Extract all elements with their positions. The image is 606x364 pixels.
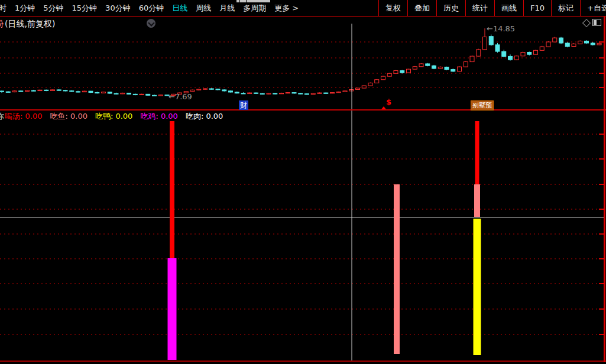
period-more[interactable]: 更多 >: [270, 3, 303, 14]
chart-header: 份 (日线,前复权): [0, 17, 606, 31]
villa-signal-badge: 别墅预: [471, 100, 494, 110]
cai-signal-badge: 财: [239, 100, 248, 110]
chart-canvas[interactable]: [0, 0, 606, 364]
max-price-label: ←14.85: [487, 24, 515, 33]
up-triangle-icon: [381, 98, 386, 109]
history-button[interactable]: 历史: [436, 0, 465, 16]
legend-chirou: 吃肉: 0.00: [186, 111, 223, 121]
legend-chiya: 吃鸭: 0.00: [95, 111, 132, 121]
chevron-down-icon[interactable]: [147, 19, 155, 28]
stock-name-fragment: 份: [0, 19, 4, 30]
period-monthly[interactable]: 月线: [215, 3, 239, 14]
period-time[interactable]: 时: [0, 3, 11, 14]
period-multi[interactable]: 多周期: [239, 3, 270, 14]
bottom-border: [0, 360, 606, 362]
price-axis: [604, 17, 605, 362]
legend-chiji: 吃鸡: 0.00: [140, 111, 177, 121]
toolbar-actions: 复权 叠加 历史 统计 画线 F10 标记 +自选: [378, 0, 606, 16]
stats-button[interactable]: 统计: [465, 0, 494, 16]
indicator-legend: 喝汤: 0.00 吃鱼: 0.00 吃鸭: 0.00 吃鸡: 0.00 吃肉: …: [0, 111, 223, 121]
period-weekly[interactable]: 周线: [192, 3, 215, 14]
panel-divider: [0, 109, 606, 110]
dollar-signal-marker: $: [381, 98, 391, 106]
period-1min[interactable]: 1分钟: [11, 3, 39, 14]
drawline-button[interactable]: 画线: [494, 0, 523, 16]
period-menu: 时 1分钟 5分钟 15分钟 30分钟 60分钟 日线 周线 月线 多周期 更多…: [0, 3, 303, 14]
min-price-label: ←7.69: [168, 92, 192, 101]
period-60min[interactable]: 60分钟: [135, 3, 168, 14]
legend-chiyu: 吃鱼: 0.00: [50, 111, 87, 121]
app-window: 时 1分钟 5分钟 15分钟 30分钟 60分钟 日线 周线 月线 多周期 更多…: [0, 0, 606, 364]
add-favorite-button[interactable]: +自选: [580, 0, 606, 16]
chart-title: (日线,前复权): [5, 19, 55, 30]
period-15min[interactable]: 15分钟: [68, 3, 102, 14]
f10-button[interactable]: F10: [523, 0, 551, 16]
overlay-button[interactable]: 叠加: [407, 0, 436, 16]
legend-hetang: 喝汤: 0.00: [5, 111, 42, 121]
fuquan-button[interactable]: 复权: [378, 0, 407, 16]
period-5min[interactable]: 5分钟: [39, 3, 67, 14]
mark-button[interactable]: 标记: [551, 0, 580, 16]
period-daily[interactable]: 日线: [168, 3, 192, 14]
window-chrome-sliver: [236, 0, 270, 2]
period-30min[interactable]: 30分钟: [101, 3, 135, 14]
top-toolbar: 时 1分钟 5分钟 15分钟 30分钟 60分钟 日线 周线 月线 多周期 更多…: [0, 0, 606, 17]
